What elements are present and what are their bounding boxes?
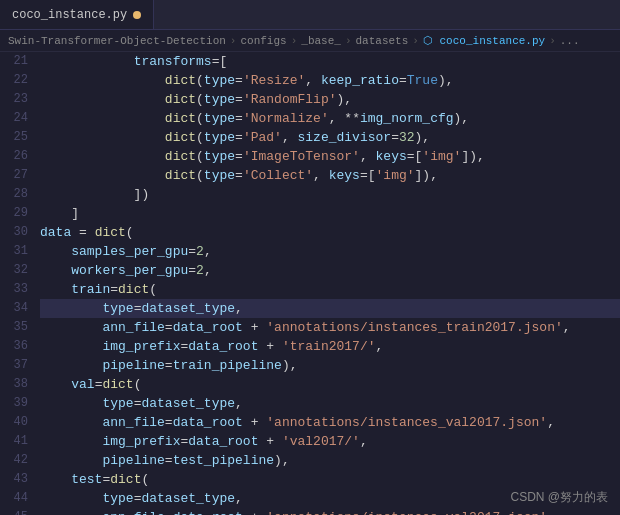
code-line: samples_per_gpu=2, <box>40 242 620 261</box>
line-number: 39 <box>4 394 28 413</box>
line-number: 24 <box>4 109 28 128</box>
line-number: 30 <box>4 223 28 242</box>
line-number: 27 <box>4 166 28 185</box>
line-number: 32 <box>4 261 28 280</box>
breadcrumb: Swin-Transformer-Object-Detection › conf… <box>0 30 620 52</box>
breadcrumb-part-1: Swin-Transformer-Object-Detection <box>8 35 226 47</box>
line-number: 37 <box>4 356 28 375</box>
line-number: 29 <box>4 204 28 223</box>
code-line: ann_file=data_root + 'annotations/instan… <box>40 413 620 432</box>
code-line: ] <box>40 204 620 223</box>
sep-3: › <box>345 35 352 47</box>
code-line: ]) <box>40 185 620 204</box>
code-line: dict(type='Resize', keep_ratio=True), <box>40 71 620 90</box>
line-number: 35 <box>4 318 28 337</box>
breadcrumb-part-3: _base_ <box>301 35 341 47</box>
code-line: transforms=[ <box>40 52 620 71</box>
tab-filename: coco_instance.py <box>12 8 127 22</box>
code-line: type=dataset_type, <box>40 299 620 318</box>
code-line: dict(type='RandomFlip'), <box>40 90 620 109</box>
code-line: img_prefix=data_root + 'train2017/', <box>40 337 620 356</box>
code-line: val=dict( <box>40 375 620 394</box>
code-line: pipeline=train_pipeline), <box>40 356 620 375</box>
breadcrumb-ellipsis: ... <box>560 35 580 47</box>
line-number: 34 <box>4 299 28 318</box>
code-line: dict(type='Pad', size_divisor=32), <box>40 128 620 147</box>
sep-4: › <box>412 35 419 47</box>
watermark: CSDN @努力的表 <box>510 488 608 507</box>
tab-bar: coco_instance.py <box>0 0 620 30</box>
line-number: 41 <box>4 432 28 451</box>
code-line: data = dict( <box>40 223 620 242</box>
line-number: 31 <box>4 242 28 261</box>
line-number: 33 <box>4 280 28 299</box>
line-number: 21 <box>4 52 28 71</box>
code-line: img_prefix=data_root + 'val2017/', <box>40 432 620 451</box>
code-line: dict(type='Collect', keys=['img']), <box>40 166 620 185</box>
breadcrumb-part-4: datasets <box>356 35 409 47</box>
line-number: 38 <box>4 375 28 394</box>
code-line: type=dataset_type, <box>40 394 620 413</box>
breadcrumb-part-2: configs <box>240 35 286 47</box>
code-line: ann_file=data_root + 'annotations/instan… <box>40 508 620 515</box>
breadcrumb-file: ⬡ coco_instance.py <box>423 34 545 47</box>
file-tab[interactable]: coco_instance.py <box>0 0 154 29</box>
code-line: workers_per_gpu=2, <box>40 261 620 280</box>
line-number: 28 <box>4 185 28 204</box>
tab-modified-dot <box>133 11 141 19</box>
line-number: 40 <box>4 413 28 432</box>
code-line: dict(type='Normalize', **img_norm_cfg), <box>40 109 620 128</box>
line-number: 23 <box>4 90 28 109</box>
code-content: transforms=[ dict(type='Resize', keep_ra… <box>36 52 620 515</box>
code-line: ann_file=data_root + 'annotations/instan… <box>40 318 620 337</box>
line-number: 44 <box>4 489 28 508</box>
line-number: 25 <box>4 128 28 147</box>
code-line: test=dict( <box>40 470 620 489</box>
code-area: 2122232425262728293031323334353637383940… <box>0 52 620 515</box>
line-numbers: 2122232425262728293031323334353637383940… <box>0 52 36 515</box>
code-line: dict(type='ImageToTensor', keys=['img'])… <box>40 147 620 166</box>
line-number: 22 <box>4 71 28 90</box>
code-line: train=dict( <box>40 280 620 299</box>
sep-5: › <box>549 35 556 47</box>
line-number: 26 <box>4 147 28 166</box>
line-number: 45 <box>4 508 28 515</box>
sep-2: › <box>291 35 298 47</box>
line-number: 42 <box>4 451 28 470</box>
sep-1: › <box>230 35 237 47</box>
code-line: pipeline=test_pipeline), <box>40 451 620 470</box>
line-number: 43 <box>4 470 28 489</box>
line-number: 36 <box>4 337 28 356</box>
